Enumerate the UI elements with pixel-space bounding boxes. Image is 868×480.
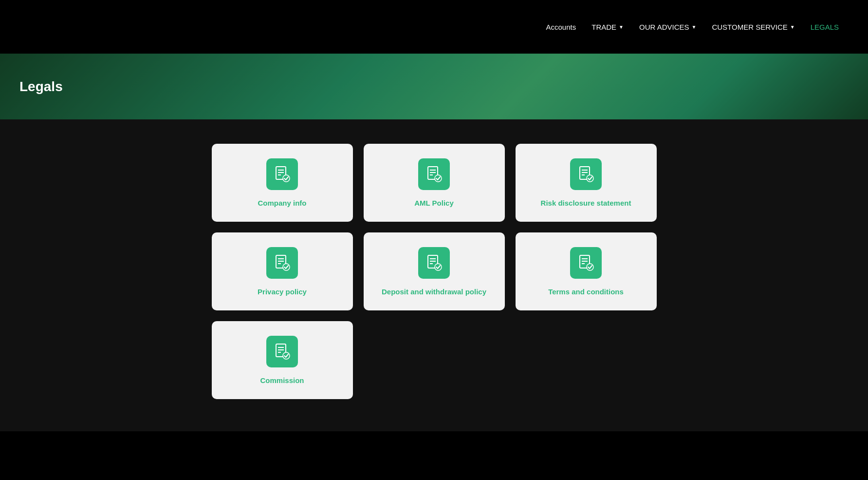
- customer-service-arrow-icon: ▼: [790, 24, 795, 30]
- aml-policy-label: AML Policy: [414, 199, 454, 207]
- document-check-icon-7: [273, 343, 292, 361]
- document-check-icon-6: [577, 254, 595, 272]
- card-risk-disclosure[interactable]: Risk disclosure statement: [516, 144, 657, 222]
- page-title: Legals: [0, 79, 63, 95]
- company-info-label: Company info: [258, 199, 307, 207]
- card-deposit-withdrawal[interactable]: Deposit and withdrawal policy: [364, 232, 505, 310]
- commission-label: Commission: [260, 376, 304, 384]
- document-check-icon-3: [577, 165, 595, 184]
- document-check-icon: [273, 165, 292, 184]
- main-content: Company info AML Policy: [0, 119, 868, 431]
- company-info-icon-wrapper: [266, 158, 298, 190]
- main-nav: Accounts TRADE ▼ OUR ADVICES ▼ CUSTOMER …: [546, 23, 839, 31]
- header: Accounts TRADE ▼ OUR ADVICES ▼ CUSTOMER …: [0, 0, 868, 54]
- card-commission[interactable]: Commission: [212, 321, 353, 399]
- nav-legals[interactable]: LEGALS: [811, 23, 839, 31]
- aml-policy-icon-wrapper: [418, 158, 450, 190]
- nav-trade[interactable]: TRADE ▼: [591, 23, 624, 31]
- nav-accounts[interactable]: Accounts: [546, 23, 576, 31]
- card-terms-conditions[interactable]: Terms and conditions: [516, 232, 657, 310]
- commission-icon-wrapper: [266, 336, 298, 367]
- risk-disclosure-label: Risk disclosure statement: [541, 199, 631, 207]
- card-privacy-policy[interactable]: Privacy policy: [212, 232, 353, 310]
- trade-arrow-icon: ▼: [619, 24, 624, 30]
- cards-grid: Company info AML Policy: [203, 144, 665, 399]
- hero-overlay: [0, 54, 868, 119]
- deposit-withdrawal-icon-wrapper: [418, 247, 450, 279]
- document-check-icon-4: [273, 254, 292, 272]
- card-company-info[interactable]: Company info: [212, 144, 353, 222]
- nav-our-advices[interactable]: OUR ADVICES ▼: [639, 23, 696, 31]
- terms-conditions-icon-wrapper: [570, 247, 602, 279]
- terms-conditions-label: Terms and conditions: [548, 288, 624, 296]
- risk-disclosure-icon-wrapper: [570, 158, 602, 190]
- our-advices-arrow-icon: ▼: [692, 24, 697, 30]
- hero-banner: Legals: [0, 54, 868, 119]
- deposit-withdrawal-label: Deposit and withdrawal policy: [382, 288, 486, 296]
- nav-customer-service[interactable]: CUSTOMER SERVICE ▼: [712, 23, 794, 31]
- document-check-icon-5: [425, 254, 443, 272]
- privacy-policy-label: Privacy policy: [258, 288, 307, 296]
- privacy-policy-icon-wrapper: [266, 247, 298, 279]
- document-check-icon-2: [425, 165, 443, 184]
- card-aml-policy[interactable]: AML Policy: [364, 144, 505, 222]
